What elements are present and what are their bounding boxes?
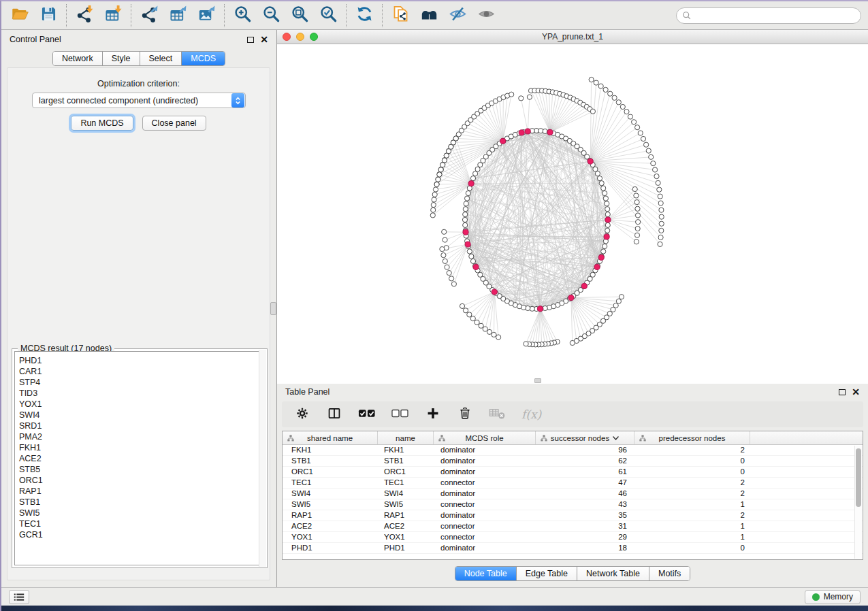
memory-button[interactable]: Memory xyxy=(805,590,861,604)
tab-network-table[interactable]: Network Table xyxy=(577,567,649,580)
tab-motifs[interactable]: Motifs xyxy=(649,567,690,580)
table-cell[interactable]: 46 xyxy=(536,489,634,499)
table-row[interactable]: SWI4SWI4dominator462 xyxy=(283,489,863,499)
show-all-button[interactable] xyxy=(472,4,500,27)
settings-gear-button[interactable] xyxy=(294,406,310,423)
mcds-result-item[interactable]: PMA2 xyxy=(19,431,264,442)
column-header-MCDS-role[interactable]: MCDS role xyxy=(434,431,536,444)
table-cell[interactable]: 31 xyxy=(536,521,634,531)
zoom-in-button[interactable] xyxy=(228,4,257,27)
table-cell[interactable]: ORC1 xyxy=(378,467,434,477)
import-table-button[interactable] xyxy=(99,4,127,27)
open-file-button[interactable] xyxy=(5,4,34,27)
table-cell[interactable]: FKH1 xyxy=(283,445,378,455)
table-cell[interactable]: 1 xyxy=(634,521,750,531)
table-cell[interactable]: YOX1 xyxy=(378,532,434,542)
export-network-button[interactable] xyxy=(135,4,163,27)
delete-button[interactable] xyxy=(457,406,473,423)
hide-selected-button[interactable] xyxy=(443,4,472,27)
column-button[interactable] xyxy=(326,406,342,423)
table-cell[interactable]: SWI4 xyxy=(378,489,434,499)
table-cell[interactable]: 61 xyxy=(536,467,634,477)
search-input[interactable] xyxy=(695,11,855,20)
table-cell[interactable]: RAP1 xyxy=(283,510,378,521)
table-cell[interactable]: dominator xyxy=(434,543,536,553)
mcds-result-item[interactable]: TEC1 xyxy=(19,518,264,529)
mcds-result-item[interactable]: ACE2 xyxy=(19,453,264,464)
vertical-splitter-handle[interactable] xyxy=(270,302,276,315)
mcds-result-item[interactable]: YOX1 xyxy=(19,399,264,410)
table-cell[interactable]: 62 xyxy=(536,456,634,466)
mcds-result-item[interactable]: SWI5 xyxy=(19,508,264,518)
table-cell[interactable]: ACE2 xyxy=(378,521,434,531)
table-row[interactable]: PHD1PHD1dominator180 xyxy=(283,543,863,554)
table-cell[interactable]: 47 xyxy=(536,478,634,488)
mcds-result-item[interactable]: STB1 xyxy=(19,497,264,508)
tab-node-table[interactable]: Node Table xyxy=(455,567,517,580)
table-cell[interactable]: 43 xyxy=(536,499,634,510)
table-row[interactable]: ACE2ACE2connector311 xyxy=(283,521,863,532)
run-mcds-button[interactable]: Run MCDS xyxy=(71,116,133,131)
import-network-button[interactable] xyxy=(70,4,99,27)
mcds-result-item[interactable]: FKH1 xyxy=(19,442,264,453)
tab-mcds[interactable]: MCDS xyxy=(182,52,225,65)
close-panel-button[interactable]: Close panel xyxy=(142,116,206,131)
table-cell[interactable]: 2 xyxy=(634,489,750,499)
table-cell[interactable]: 2 xyxy=(634,510,750,521)
table-cell[interactable]: PHD1 xyxy=(283,543,378,553)
table-row[interactable]: YOX1YOX1connector291 xyxy=(283,532,863,543)
table-row[interactable]: SWI5SWI5connector431 xyxy=(283,499,863,510)
table-cell[interactable]: dominator xyxy=(434,445,536,455)
close-panel-icon[interactable]: ✕ xyxy=(260,36,268,43)
mcds-result-item[interactable]: GCR1 xyxy=(19,529,264,540)
tab-network[interactable]: Network xyxy=(53,52,103,65)
table-cell[interactable]: 96 xyxy=(536,445,634,455)
table-cell[interactable]: 2 xyxy=(634,478,750,488)
select-all-button[interactable] xyxy=(358,406,376,423)
table-cell[interactable]: STB1 xyxy=(283,456,378,466)
table-cell[interactable]: STB1 xyxy=(378,456,434,466)
refresh-button[interactable] xyxy=(350,4,379,27)
close-table-panel-icon[interactable]: ✕ xyxy=(852,389,860,395)
mcds-result-item[interactable]: ORC1 xyxy=(19,475,264,486)
mcds-result-item[interactable]: STB5 xyxy=(19,464,264,475)
table-cell[interactable]: SWI5 xyxy=(283,499,378,510)
horizontal-splitter-handle[interactable] xyxy=(534,378,541,383)
new-network-from-selection-button[interactable] xyxy=(386,4,415,27)
table-cell[interactable]: dominator xyxy=(434,456,536,466)
table-cell[interactable]: 18 xyxy=(536,543,634,553)
network-canvas[interactable] xyxy=(277,44,868,384)
mcds-result-item[interactable]: TID3 xyxy=(19,388,264,399)
table-cell[interactable]: 1 xyxy=(634,499,750,510)
mcds-result-item[interactable]: RAP1 xyxy=(19,486,264,497)
table-cell[interactable]: dominator xyxy=(434,489,536,499)
tab-style[interactable]: Style xyxy=(103,52,140,65)
table-cell[interactable]: 0 xyxy=(634,543,750,553)
table-cell[interactable]: connector xyxy=(434,478,536,488)
optimization-criterion-select[interactable]: largest connected component (undirected) xyxy=(32,93,246,108)
table-cell[interactable]: TEC1 xyxy=(283,478,378,488)
table-cell[interactable]: dominator xyxy=(434,510,536,521)
first-neighbors-button[interactable] xyxy=(415,4,443,27)
search-box[interactable] xyxy=(676,7,861,24)
mcds-result-item[interactable]: PHD1 xyxy=(19,355,264,366)
table-cell[interactable]: 2 xyxy=(634,445,750,455)
table-cell[interactable]: FKH1 xyxy=(378,445,434,455)
network-graph[interactable] xyxy=(277,44,868,384)
table-cell[interactable]: 1 xyxy=(634,532,750,542)
export-table-button[interactable] xyxy=(163,4,192,27)
column-header-successor-nodes[interactable]: successor nodes xyxy=(536,431,634,444)
mcds-result-item[interactable]: CAR1 xyxy=(19,366,264,377)
table-cell[interactable]: SWI5 xyxy=(378,499,434,510)
mcds-result-list[interactable]: PHD1CAR1STP4TID3YOX1SWI4SRD1PMA2FKH1ACE2… xyxy=(14,351,265,565)
save-button[interactable] xyxy=(34,4,63,27)
table-cell[interactable]: RAP1 xyxy=(378,510,434,521)
table-cell[interactable]: dominator xyxy=(434,467,536,477)
zoom-fit-button[interactable] xyxy=(285,4,314,27)
table-cell[interactable]: PHD1 xyxy=(378,543,434,553)
table-row[interactable]: TEC1TEC1connector472 xyxy=(283,478,863,489)
mcds-result-item[interactable]: SWI4 xyxy=(19,410,264,420)
tab-select[interactable]: Select xyxy=(140,52,182,65)
table-row[interactable]: STB1STB1dominator620 xyxy=(283,456,863,467)
show-panels-button[interactable] xyxy=(9,590,29,604)
